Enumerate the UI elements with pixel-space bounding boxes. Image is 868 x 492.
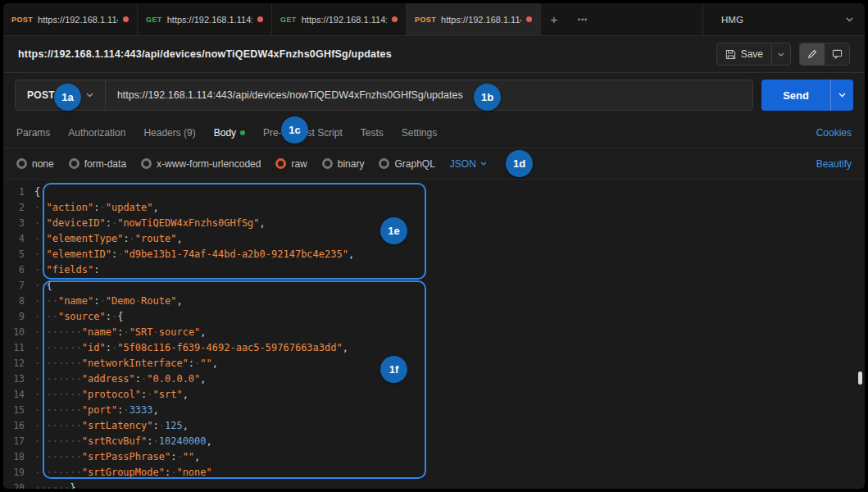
code-text: ··"elementType":·"route", — [34, 231, 183, 247]
request-tab-bar: POST https://192.168.1.114:4 GET https:/… — [3, 3, 865, 36]
code-line[interactable]: 7··{ — [3, 278, 865, 294]
header-icon-group — [799, 43, 850, 66]
beautify-link[interactable]: Beautify — [816, 158, 852, 170]
code-text: ········"name":·"SRT·source", — [34, 325, 207, 340]
line-number: 16 — [3, 418, 34, 434]
chevron-down-icon — [778, 52, 784, 57]
code-text: { — [34, 184, 40, 200]
code-line[interactable]: 1{ — [3, 184, 865, 200]
code-text: ········"id":·"5f08c116-f639-4692-aac5-5… — [34, 340, 348, 356]
body-mode-raw[interactable]: raw — [275, 158, 307, 170]
code-text: ········"port":·3333, — [34, 403, 159, 418]
save-button[interactable]: Save — [717, 43, 771, 65]
title-actions: Save — [716, 43, 850, 66]
code-text: ····"name":·"Demo·Route", — [34, 294, 183, 309]
new-tab-button[interactable]: + — [541, 3, 567, 35]
code-line[interactable]: 6··"fields": — [3, 262, 865, 278]
request-tab-3[interactable]: GET https://192.168.1.114:44 — [272, 3, 407, 35]
body-mode-form-data[interactable]: form-data — [69, 158, 126, 170]
app-window: POST https://192.168.1.114:4 GET https:/… — [3, 3, 865, 489]
tab-body[interactable]: Body — [214, 127, 245, 139]
code-text: ········"srtRcvBuf":·10240000, — [34, 434, 212, 449]
radio-icon — [322, 158, 333, 169]
code-line[interactable]: 2··"action":·"update", — [3, 200, 865, 216]
code-line[interactable]: 11········"id":·"5f08c116-f639-4692-aac5… — [3, 340, 865, 356]
code-line[interactable]: 14········"protocol":·"srt", — [3, 387, 865, 403]
line-number: 4 — [3, 231, 34, 247]
body-mode-urlencoded[interactable]: x-www-form-urlencoded — [141, 158, 261, 170]
radio-icon — [379, 158, 389, 169]
tab-url-label: https://192.168.1.114:44 — [167, 15, 252, 25]
line-number: 19 — [3, 465, 34, 481]
code-line[interactable]: 5··"elementID":·"d9be13b1-74af-44bd-a2b0… — [3, 247, 865, 262]
tab-params[interactable]: Params — [16, 127, 50, 139]
tab-authorization[interactable]: Authorization — [68, 127, 125, 139]
environment-selector[interactable]: HMG — [702, 3, 865, 35]
code-line[interactable]: 8····"name":·"Demo·Route", — [3, 294, 865, 309]
code-text: ········"protocol":·"srt", — [34, 387, 189, 403]
request-tab-4-active[interactable]: POST https://192.168.1.114:4 — [407, 3, 541, 35]
code-line[interactable]: 17········"srtRcvBuf":·10240000, — [3, 434, 865, 449]
code-line[interactable]: 3··"deviceID":·"nowTiQEDW4xFnzhs0GHfSg", — [3, 216, 865, 231]
code-line[interactable]: 4··"elementType":·"route", — [3, 231, 865, 247]
tab-url-label: https://192.168.1.114:4 — [38, 15, 118, 25]
code-line[interactable]: 9····"source":·{ — [3, 309, 865, 325]
environment-label: HMG — [721, 15, 743, 25]
code-text: ······} — [34, 481, 76, 489]
tab-headers[interactable]: Headers (9) — [143, 127, 195, 139]
line-number: 9 — [3, 309, 34, 325]
code-line[interactable]: 18········"srtPassPhrase":·"", — [3, 449, 865, 465]
code-text: ········"srtLatency":·125, — [34, 418, 189, 434]
code-line[interactable]: 20······} — [3, 481, 865, 489]
line-number: 8 — [3, 294, 34, 309]
line-number: 14 — [3, 387, 34, 403]
line-number: 7 — [3, 278, 34, 294]
code-line[interactable]: 12········"networkInterface":·"", — [3, 356, 865, 371]
editor-scrollbar[interactable] — [858, 371, 862, 385]
code-line[interactable]: 19········"srtGroupMode":·"none" — [3, 465, 865, 481]
line-number: 18 — [3, 449, 34, 465]
code-line[interactable]: 15········"port":·3333, — [3, 403, 865, 418]
body-mode-graphql[interactable]: GraphQL — [379, 158, 434, 170]
request-tab-2[interactable]: GET https://192.168.1.114:44 — [138, 3, 272, 35]
request-tab-1[interactable]: POST https://192.168.1.114:4 — [3, 3, 138, 35]
chevron-down-icon — [846, 17, 853, 22]
body-mode-none[interactable]: none — [16, 158, 54, 170]
radio-icon — [16, 158, 27, 169]
save-label: Save — [741, 48, 763, 60]
unsaved-changes-dot — [123, 16, 129, 22]
tab-pre-request-script[interactable]: Pre-request Script — [263, 127, 343, 139]
tab-method-label: GET — [280, 16, 297, 24]
code-line[interactable]: 16········"srtLatency":·125, — [3, 418, 865, 434]
chevron-down-icon — [86, 93, 93, 98]
body-mode-binary[interactable]: binary — [322, 158, 365, 170]
send-button[interactable]: Send — [761, 80, 830, 111]
pencil-icon — [807, 49, 817, 59]
save-options-button[interactable] — [771, 43, 790, 65]
cookies-link[interactable]: Cookies — [816, 127, 852, 139]
tab-settings[interactable]: Settings — [402, 127, 437, 139]
save-icon — [725, 49, 736, 60]
body-present-dot — [240, 130, 245, 135]
language-dropdown[interactable]: JSON — [450, 158, 487, 170]
url-input[interactable] — [106, 80, 752, 110]
body-code-editor[interactable]: 1{2··"action":·"update",3··"deviceID":·"… — [3, 180, 865, 489]
unsaved-changes-dot — [526, 16, 532, 22]
comments-button[interactable] — [825, 43, 849, 65]
more-tabs-button[interactable]: ••• — [567, 3, 598, 35]
code-text: ········"srtPassPhrase":·"", — [34, 449, 200, 465]
code-text: ··{ — [34, 278, 52, 294]
radio-icon — [69, 158, 80, 169]
send-options-button[interactable] — [830, 80, 853, 111]
url-box: POST — [15, 80, 753, 111]
radio-icon-selected — [275, 158, 286, 169]
code-text: ········"srtGroupMode":·"none" — [34, 465, 212, 481]
request-title: https://192.168.1.114:443/api/devices/no… — [18, 48, 392, 60]
tab-tests[interactable]: Tests — [361, 127, 384, 139]
tab-method-label: GET — [146, 16, 162, 24]
code-line[interactable]: 10········"name":·"SRT·source", — [3, 325, 865, 340]
method-dropdown[interactable]: POST — [16, 80, 106, 110]
edit-button[interactable] — [800, 43, 825, 65]
body-type-row: none form-data x-www-form-urlencoded raw… — [3, 148, 865, 180]
code-line[interactable]: 13········"address":·"0.0.0.0", — [3, 371, 865, 387]
